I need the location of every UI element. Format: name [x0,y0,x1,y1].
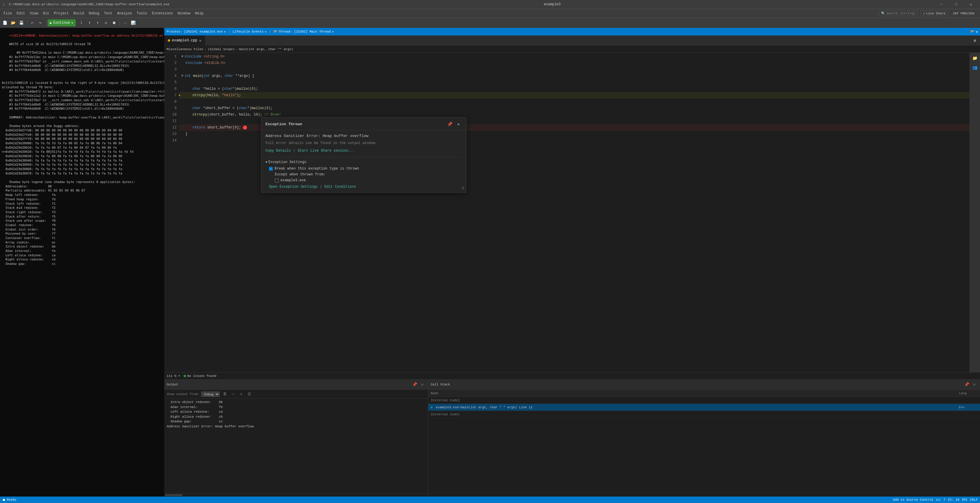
menu-build[interactable]: Build [71,10,86,17]
start-liveshare-link[interactable]: Start Live Share session... [298,149,355,153]
live-share-button[interactable]: ↗ Live Share [920,11,948,16]
resize-handle[interactable]: ⠿ [462,186,465,191]
encoding-status-item[interactable]: CRLF [970,498,978,501]
exception-body: Address Sanitizer Error: Heap buffer ove… [261,130,466,193]
output-pin-button[interactable]: 📌 [412,381,418,388]
output-scroll-button[interactable]: ⬇ [238,391,244,397]
exception-popup: Exception Thrown 📌 ✕ Address Sanitizer E… [261,117,466,193]
restart-button[interactable]: ↺ [102,19,110,26]
callstack-col-name: Name [428,392,956,395]
lifecycle-item[interactable]: Lifecycle Events ▾ [232,30,267,34]
callstack-close-button[interactable]: ✕ [971,381,978,388]
menu-window[interactable]: Window [175,10,193,17]
menu-edit[interactable]: Edit [14,10,27,17]
callstack-row-2[interactable]: ⚙ example3.exe!main(int argc, char * * a… [428,404,980,411]
debug-status-item[interactable]: ⏹ Ready [2,498,16,502]
stop-button[interactable]: ⏹ [110,19,118,26]
line-numbers: 1 2 3 4 5 6 7 8 9 10 11 12 13 14 [164,53,179,372]
close-exception-button[interactable]: ✕ [455,121,462,127]
output-clear-button[interactable]: 🗑 [221,391,228,397]
line-num-4: 4 [167,73,177,79]
step-into-button[interactable]: ⬇ [86,19,93,26]
menu-git[interactable]: Git [40,10,52,17]
menu-analyze[interactable]: Analyze [115,10,134,17]
menu-view[interactable]: View [27,10,41,17]
menu-bar: File Edit View Git Project Build Debug T… [0,9,980,18]
team-explorer-icon[interactable]: 👥 [970,64,979,72]
copy-details-link[interactable]: Copy Details [266,149,291,153]
minimize-button[interactable]: ─ [935,0,948,9]
menu-debug[interactable]: Debug [86,10,102,17]
output-source-select[interactable]: Debug [201,392,220,397]
process-dropdown-icon[interactable]: ▾ [224,30,226,34]
break-when-checkbox[interactable]: ✓ [269,167,273,171]
output-close-button[interactable]: ✕ [419,381,426,388]
settings-icon[interactable]: ⚙ [975,30,978,34]
kw-include-1: #include [185,53,202,60]
callstack-row-3[interactable]: [External Code] [428,411,980,418]
tab-layout-button[interactable]: ⊞ [971,37,979,44]
callstack-panel-title: Call Stack [431,383,450,386]
undo-button[interactable]: ↩ [29,19,36,26]
output-filter-button[interactable]: ☰ [246,391,253,397]
thread-dropdown-icon[interactable]: ▾ [332,30,334,34]
run-to-cursor-button[interactable]: → [121,19,129,26]
line-num-13: 13 [167,131,177,137]
callstack-row-1[interactable]: [External Code] [428,397,980,404]
open-button[interactable]: 📂 [10,19,17,26]
edit-conditions-link[interactable]: Edit Conditions [325,185,356,189]
menu-file[interactable]: File [1,10,14,17]
code-line-1: ▼ #include <string.h> [179,53,969,60]
fold-1[interactable]: ▼ [181,53,183,60]
menu-tools[interactable]: Tools [134,10,150,17]
terminal-shadow: Shadow bytes around the buggy address: 0… [2,124,134,175]
output-scrollbar[interactable] [164,493,428,497]
int-preview-button[interactable]: INT PREVIEW [950,11,977,16]
menu-extensions[interactable]: Extensions [150,10,175,17]
menu-test[interactable]: Test [102,10,115,17]
output-wrap-button[interactable]: ↔ [230,391,236,397]
callstack-cell-name-3: [External Code] [428,413,956,416]
char-status-item[interactable]: Ch: 28 [948,498,959,501]
open-exception-settings-link[interactable]: Open Exception Settings [269,185,318,189]
solution-explorer-icon[interactable]: 📁 [970,54,979,62]
performance-button[interactable]: 📊 [129,19,137,26]
output-scrollbar-thumb[interactable] [165,494,183,496]
debug-controls: ⤵ ⬇ ⬆ ↺ ⏹ [78,19,118,26]
new-file-button[interactable]: 📄 [1,19,9,26]
debug-bar-sep-2: | [269,30,271,33]
zoom-indicator[interactable]: 111 % ▾ [167,374,180,378]
output-line-2: ASan internal: fe [167,405,426,410]
menu-project[interactable]: Project [52,10,71,17]
settings-collapse-arrow[interactable]: ▼ [266,161,267,164]
add-source-control-item[interactable]: Add to Source Control [893,498,934,501]
breadcrumb-function[interactable]: main(int argc, char ** argv) [239,48,293,51]
toolbar-sep-2 [46,20,46,25]
example-exe-checkbox[interactable] [275,178,278,182]
debug-bar: Process: [28224] example3.exe ▾ | Lifecy… [164,28,980,35]
pin-button[interactable]: 📌 [446,121,453,127]
callstack-pin-button[interactable]: 📌 [964,381,970,388]
no-issues-indicator[interactable]: No issues found [184,374,216,378]
status-bar: ⏹ Ready Add to Source Control Ln: 7 Ch: … [0,497,980,503]
search-bar[interactable]: 🔍 Search (Ctrl+Q) [878,11,918,16]
close-button[interactable]: ✕ [964,0,978,9]
line-status-item[interactable]: Ln: 7 [936,498,945,501]
breadcrumb-scope[interactable]: (Global Scope) [208,48,235,51]
flag-icon[interactable]: 🏁 [970,30,974,34]
redo-button[interactable]: ↪ [37,19,44,26]
menu-help[interactable]: Help [193,10,206,17]
tab-example3[interactable]: example3.cpp ✕ [164,35,205,45]
save-button[interactable]: 💾 [18,19,25,26]
continue-button[interactable]: ▶ Continue ▾ [48,19,76,26]
space-status-item[interactable]: SPC [962,498,968,501]
breadcrumb-file[interactable]: Miscellaneous Files [167,48,203,51]
step-over-button[interactable]: ⤵ [78,19,85,26]
exception-error-message: Address Sanitizer Error: Heap buffer ove… [266,134,462,138]
fold-4[interactable]: ▼ [181,73,183,79]
maximize-button[interactable]: □ [950,0,963,9]
toolbar: 📄 📂 💾 ↩ ↪ ▶ Continue ▾ ⤵ ⬇ ⬆ ↺ ⏹ → 📊 [0,18,980,28]
output-line-1: Intra object redzone: bb [167,400,426,405]
tab-close-button[interactable]: ✕ [199,38,201,43]
step-out-button[interactable]: ⬆ [94,19,102,26]
